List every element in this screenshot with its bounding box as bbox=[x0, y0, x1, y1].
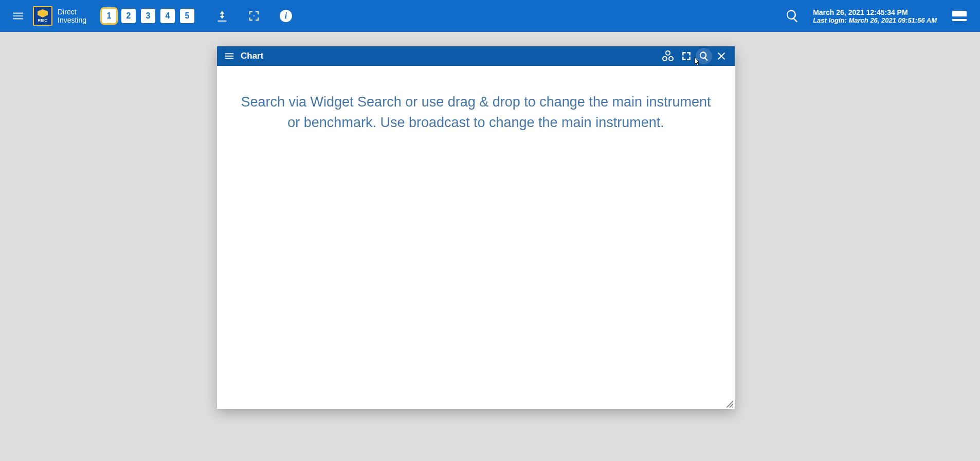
chart-widget-body: Search via Widget Search or use drag & d… bbox=[217, 66, 735, 409]
widget-fullscreen-button[interactable] bbox=[677, 48, 696, 64]
header-datetime: March 26, 2021 12:45:34 PM Last login: M… bbox=[813, 8, 937, 24]
widget-title: Chart bbox=[241, 51, 263, 61]
brand-line2: Investing bbox=[58, 16, 86, 24]
toolbar-icons: i bbox=[215, 9, 293, 23]
current-datetime: March 26, 2021 12:45:34 PM bbox=[813, 8, 937, 16]
brand-line1: Direct bbox=[58, 8, 86, 16]
focus-tool-button[interactable] bbox=[247, 9, 261, 23]
global-search-button[interactable] bbox=[782, 6, 803, 26]
svg-point-0 bbox=[666, 51, 670, 55]
chart-widget: Chart Search via Widget Search or use dr… bbox=[217, 46, 735, 409]
hamburger-icon bbox=[224, 50, 235, 62]
close-icon bbox=[716, 51, 727, 61]
widget-close-button[interactable] bbox=[712, 48, 731, 64]
widget-menu-button[interactable] bbox=[221, 48, 238, 64]
broadcast-icon bbox=[662, 50, 674, 62]
account-card-button[interactable] bbox=[952, 11, 967, 21]
workspace-2-button[interactable]: 2 bbox=[121, 9, 136, 23]
last-login: Last login: March 26, 2021 09:51:56 AM bbox=[813, 16, 937, 24]
hamburger-icon bbox=[11, 9, 25, 23]
widget-search-button[interactable] bbox=[696, 48, 712, 64]
workspace-1-button[interactable]: 1 bbox=[102, 9, 116, 23]
chart-widget-header[interactable]: Chart bbox=[217, 46, 735, 66]
rbc-crest-icon bbox=[38, 9, 48, 17]
link-tool-button[interactable] bbox=[215, 9, 229, 23]
workspace-canvas[interactable]: Chart Search via Widget Search or use dr… bbox=[0, 32, 980, 461]
main-menu-button[interactable] bbox=[5, 3, 31, 29]
app-bar: RBC Direct Investing 1 2 3 4 5 i March 2… bbox=[0, 0, 980, 32]
search-icon bbox=[699, 51, 709, 61]
link-icon bbox=[215, 9, 229, 23]
workspace-switcher: 1 2 3 4 5 bbox=[102, 9, 194, 23]
info-icon: i bbox=[280, 10, 292, 22]
brand-name: Direct Investing bbox=[58, 8, 86, 24]
focus-icon bbox=[248, 10, 260, 22]
chart-placeholder-text: Search via Widget Search or use drag & d… bbox=[238, 92, 714, 133]
fullscreen-icon bbox=[681, 51, 692, 61]
widget-broadcast-button[interactable] bbox=[659, 48, 677, 64]
widget-resize-handle[interactable] bbox=[726, 400, 733, 407]
rbc-logo[interactable]: RBC bbox=[33, 6, 52, 26]
resize-grip-icon bbox=[726, 400, 733, 407]
svg-point-1 bbox=[663, 57, 667, 61]
search-icon bbox=[785, 9, 800, 23]
workspace-3-button[interactable]: 3 bbox=[141, 9, 155, 23]
rbc-logo-text: RBC bbox=[38, 18, 48, 23]
workspace-4-button[interactable]: 4 bbox=[160, 9, 175, 23]
workspace-5-button[interactable]: 5 bbox=[180, 9, 194, 23]
info-button[interactable]: i bbox=[279, 9, 293, 23]
svg-point-2 bbox=[669, 57, 673, 61]
